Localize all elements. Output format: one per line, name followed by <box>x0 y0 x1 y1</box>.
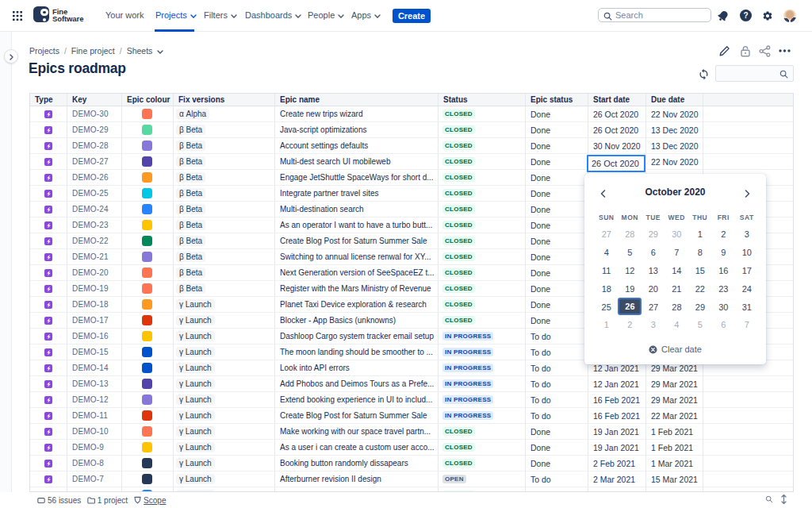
svg-text:?: ? <box>743 11 748 20</box>
